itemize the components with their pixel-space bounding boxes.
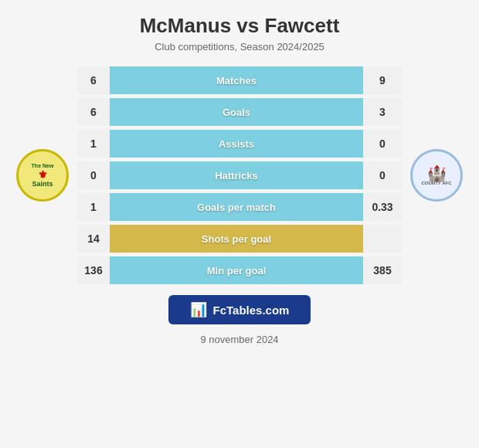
stat-rows: 6Matches96Goals31Assists00Hattricks01Goa… — [77, 66, 402, 284]
hereford-castle-icon: 🏰 — [427, 165, 447, 181]
stat-right-value: 0 — [363, 169, 402, 182]
stat-left-value: 1 — [77, 201, 110, 213]
stat-label: Goals — [223, 107, 250, 118]
right-team-logo-container: 🏰 COUNTY AFC — [402, 149, 471, 202]
page-title: McManus vs Fawcett — [140, 14, 340, 38]
stat-bar: Matches — [110, 66, 363, 94]
stat-row: 0Hattricks0 — [77, 161, 402, 189]
stat-right-value: 385 — [363, 264, 402, 277]
stats-with-ovals: 6Matches96Goals31Assists00Hattricks01Goa… — [77, 66, 402, 284]
tns-logo: The New ⚜ Saints — [16, 149, 69, 202]
tns-label-saints: Saints — [32, 180, 53, 188]
stat-right-value: 3 — [363, 106, 402, 118]
stat-label: Matches — [216, 75, 256, 87]
hereford-logo: 🏰 COUNTY AFC — [410, 149, 463, 202]
stat-right-value: 9 — [363, 74, 402, 87]
stat-label: Hattricks — [215, 170, 258, 182]
hereford-afc-text: COUNTY AFC — [422, 181, 452, 185]
stat-bar: Goals per match — [110, 193, 363, 221]
main-comparison-section: The New ⚜ Saints 6Matches96Goals31Assist… — [8, 66, 471, 284]
stat-label: Shots per goal — [202, 233, 271, 245]
page-subtitle: Club competitions, Season 2024/2025 — [155, 41, 324, 53]
stat-left-value: 6 — [77, 106, 110, 118]
stat-right-value: 0.33 — [363, 201, 402, 213]
match-date: 9 november 2024 — [200, 334, 278, 345]
stat-row: 1Assists0 — [77, 130, 402, 158]
stat-bar: Shots per goal — [110, 225, 363, 253]
stat-bar: Hattricks — [110, 161, 363, 189]
stat-left-value: 0 — [77, 169, 110, 182]
stat-left-value: 6 — [77, 74, 110, 87]
stat-label: Assists — [219, 138, 254, 150]
stat-bar: Min per goal — [110, 256, 363, 284]
stat-right-value: 0 — [363, 137, 402, 150]
stat-row: 14Shots per goal — [77, 225, 402, 253]
stat-row: 136Min per goal385 — [77, 256, 402, 284]
stat-left-value: 1 — [77, 137, 110, 150]
stat-label: Min per goal — [207, 265, 267, 277]
fctables-banner: 📊 FcTables.com — [168, 295, 311, 324]
stat-left-value: 14 — [77, 232, 110, 245]
stat-left-value: 136 — [77, 264, 110, 277]
stat-row: 6Matches9 — [77, 66, 402, 94]
stats-container: 6Matches96Goals31Assists00Hattricks01Goa… — [77, 66, 402, 284]
left-team-logo-container: The New ⚜ Saints — [8, 149, 77, 202]
fctables-icon: 📊 — [190, 301, 207, 318]
stat-label: Goals per match — [197, 202, 276, 213]
stat-row: 6Goals3 — [77, 98, 402, 126]
tns-emblem: ⚜ — [38, 169, 48, 180]
stat-bar: Assists — [110, 130, 363, 158]
stat-bar: Goals — [110, 98, 363, 126]
stat-row: 1Goals per match0.33 — [77, 193, 402, 221]
fctables-text: FcTables.com — [213, 304, 290, 317]
